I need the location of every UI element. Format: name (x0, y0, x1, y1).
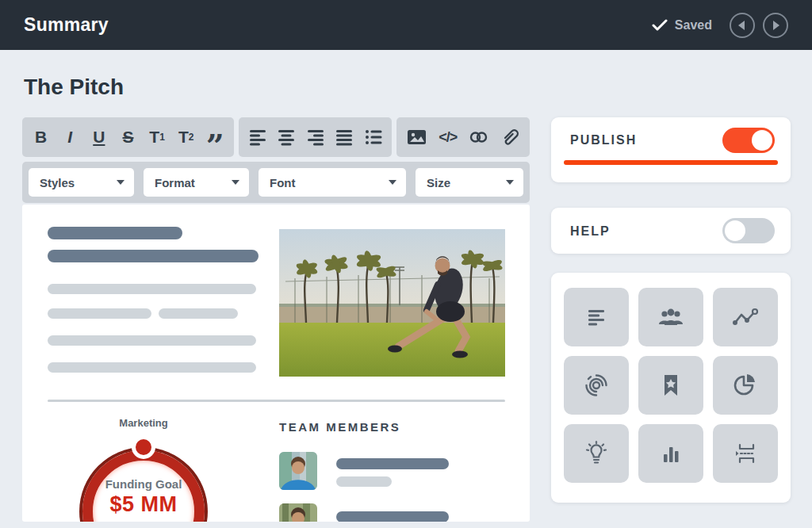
pie-chart-icon (732, 372, 759, 399)
justify-button[interactable] (334, 117, 354, 157)
text-block-icon (584, 305, 609, 329)
chevron-down-icon (389, 180, 396, 185)
line-chart-icon (731, 305, 760, 329)
content-photo-stretching-man[interactable] (279, 229, 505, 377)
save-status: Saved (652, 18, 712, 33)
chevron-down-icon (117, 180, 124, 185)
format-dropdown[interactable]: Format (144, 168, 249, 197)
skeleton-text-line (159, 308, 238, 319)
arrow-right-icon (773, 21, 779, 30)
paperclip-icon (500, 127, 520, 147)
styles-dropdown[interactable]: Styles (29, 168, 134, 197)
team-member-avatar (279, 503, 317, 522)
dropdown-toolbar: Styles Format Font Size (22, 162, 530, 203)
help-toggle[interactable] (722, 218, 775, 243)
format-dropdown-label: Format (155, 176, 195, 189)
t1-base: T (149, 128, 159, 147)
lightbulb-icon (583, 440, 610, 467)
funding-goal-title: Funding Goal (80, 477, 207, 491)
funding-goal-value: $5 MM (80, 492, 207, 517)
nav-forward-button[interactable] (763, 13, 788, 38)
alignment-group (239, 117, 392, 157)
align-left-button[interactable] (247, 117, 268, 157)
text-style-group: B I U S T1 T2 ” (22, 117, 234, 157)
blockquote-button[interactable]: ” (205, 126, 225, 166)
insert-link-button[interactable] (468, 117, 489, 157)
widget-bar-chart-button[interactable] (638, 424, 703, 483)
checkmark-icon (652, 19, 668, 32)
publish-label: PUBLISH (570, 133, 637, 147)
widget-spacing-button[interactable] (713, 424, 778, 483)
styles-dropdown-label: Styles (40, 176, 75, 189)
widget-pie-chart-button[interactable] (713, 356, 778, 415)
font-dropdown-label: Font (270, 176, 295, 189)
underline-button[interactable]: U (89, 117, 109, 157)
align-right-icon (305, 128, 326, 147)
heading1-button[interactable]: T1 (147, 117, 167, 157)
t2-base: T (178, 128, 189, 147)
member-role-line (336, 476, 392, 487)
document-title: The Pitch (24, 75, 124, 100)
publish-toggle[interactable] (722, 128, 775, 153)
publish-progress-bar (564, 160, 778, 165)
page-section-title: Summary (24, 14, 109, 36)
align-center-button[interactable] (276, 117, 297, 157)
top-bar: Summary Saved (0, 0, 812, 50)
skeleton-text-line (48, 284, 256, 294)
widget-spiral-button[interactable] (564, 356, 629, 415)
avatar-photo (279, 452, 317, 490)
strikethrough-button[interactable]: S (118, 117, 139, 157)
toggle-knob (752, 130, 772, 151)
header-right-cluster: Saved (652, 13, 788, 38)
skeleton-text-line (48, 362, 256, 373)
section-divider (48, 400, 505, 402)
avatar-photo (279, 503, 317, 522)
widget-text-block-button[interactable] (564, 288, 629, 346)
arrow-left-icon (738, 21, 745, 30)
widget-palette (551, 273, 791, 503)
spiral-target-icon (583, 372, 610, 399)
bullet-list-button[interactable] (363, 117, 384, 157)
heading2-button[interactable]: T2 (176, 117, 197, 157)
donut-marker-dot (136, 439, 151, 455)
insert-group: </> (396, 117, 530, 157)
team-members-heading: TEAM MEMBERS (279, 420, 400, 434)
editor-canvas[interactable]: Marketing Funding Goal $5 MM TEAM MEMBER… (22, 205, 530, 522)
widget-line-chart-button[interactable] (713, 288, 778, 346)
align-left-icon (247, 128, 268, 147)
team-members-icon (657, 305, 685, 329)
app-window: Summary Saved The Pitch B I U S T1 T2 ” (0, 0, 812, 528)
font-dropdown[interactable]: Font (259, 168, 406, 197)
nav-back-button[interactable] (730, 13, 755, 38)
size-dropdown-label: Size (427, 176, 450, 189)
toggle-knob (725, 220, 745, 241)
chevron-down-icon (232, 180, 239, 185)
bookmark-star-icon (659, 373, 683, 398)
italic-button[interactable]: I (59, 117, 80, 157)
bullet-list-icon (363, 128, 384, 147)
skeleton-heading-line (48, 250, 259, 262)
width-spacing-icon (732, 441, 759, 466)
member-name-line (336, 458, 449, 469)
bar-chart-icon (658, 442, 684, 465)
member-name-line (336, 511, 449, 522)
widget-bookmark-button[interactable] (638, 356, 703, 415)
bold-button[interactable]: B (31, 117, 52, 157)
attach-file-button[interactable] (500, 117, 520, 157)
t2-sub: 2 (189, 132, 194, 143)
justify-icon (334, 128, 354, 147)
help-label: HELP (570, 224, 611, 239)
t1-sub: 1 (159, 132, 165, 143)
help-card: HELP (551, 208, 791, 254)
size-dropdown[interactable]: Size (416, 168, 523, 197)
link-icon (468, 128, 489, 147)
align-right-button[interactable] (305, 117, 326, 157)
insert-code-button[interactable]: </> (438, 117, 458, 157)
publish-card: PUBLISH (551, 117, 791, 182)
widget-team-button[interactable] (638, 288, 703, 346)
saved-label: Saved (675, 18, 712, 33)
image-icon (406, 128, 427, 147)
widget-idea-button[interactable] (564, 424, 629, 483)
insert-image-button[interactable] (406, 117, 427, 157)
skeleton-text-line (48, 335, 256, 346)
